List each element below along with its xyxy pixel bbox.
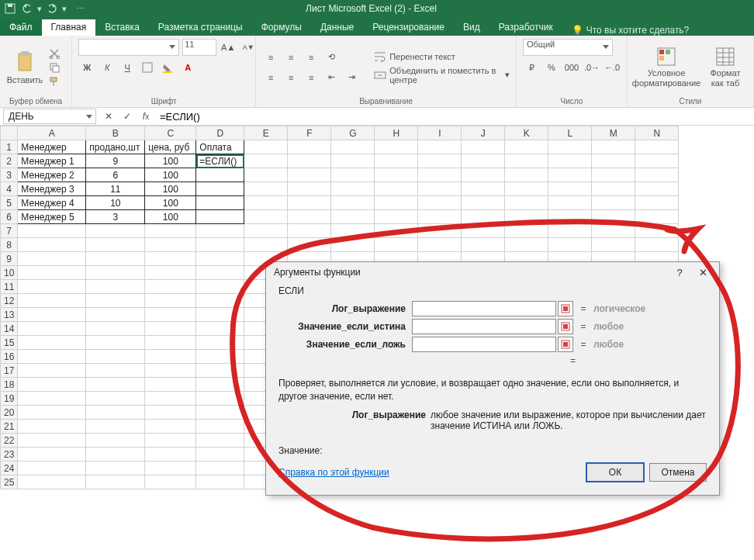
cell-H5[interactable] (375, 196, 418, 210)
cell-B3[interactable]: 6 (86, 168, 145, 182)
align-middle-icon[interactable]: ≡ (282, 49, 299, 66)
row-header-13[interactable]: 13 (1, 308, 18, 322)
cell-D5[interactable] (196, 196, 244, 210)
cell-G4[interactable] (331, 182, 375, 196)
cell-J6[interactable] (462, 210, 505, 224)
cell-L6[interactable] (548, 210, 592, 224)
cell-A6[interactable]: Менеджер 5 (18, 210, 86, 224)
cell-D23[interactable] (196, 448, 244, 461)
cell-H4[interactable] (375, 182, 418, 196)
cell-D4[interactable] (196, 182, 244, 196)
cell-C22[interactable] (145, 434, 196, 448)
cell-C11[interactable] (145, 280, 196, 294)
indent-increase-icon[interactable]: ⇥ (343, 69, 360, 86)
col-header-J[interactable]: J (462, 126, 505, 140)
merge-center-button[interactable]: Объединить и поместить в центре ▾ (374, 66, 510, 85)
col-header-F[interactable]: F (288, 126, 331, 140)
cell-D21[interactable] (196, 420, 244, 434)
cell-D12[interactable] (196, 294, 244, 308)
row-header-11[interactable]: 11 (1, 280, 18, 294)
cell-H2[interactable] (375, 154, 418, 168)
row-header-10[interactable]: 10 (1, 266, 18, 280)
font-family-select[interactable] (78, 39, 179, 56)
row-header-14[interactable]: 14 (1, 322, 18, 336)
font-color-icon[interactable]: A (179, 59, 196, 76)
cell-F5[interactable] (288, 196, 331, 210)
range-picker-icon[interactable] (558, 301, 573, 316)
cell-B24[interactable] (86, 461, 145, 475)
range-picker-icon[interactable] (558, 337, 573, 352)
cell-H6[interactable] (375, 210, 418, 224)
col-header-I[interactable]: I (418, 126, 462, 140)
row-header-1[interactable]: 1 (1, 140, 18, 154)
cell-C2[interactable]: 100 (145, 154, 196, 168)
redo-icon[interactable] (45, 2, 59, 16)
cell-A20[interactable] (18, 406, 86, 420)
cell-I4[interactable] (418, 182, 462, 196)
increase-decimal-icon[interactable]: .0→ (583, 59, 600, 76)
row-header-5[interactable]: 5 (1, 196, 18, 210)
function-help-link[interactable]: Справка по этой функции (278, 467, 389, 478)
copy-icon[interactable] (48, 61, 61, 74)
cell-A15[interactable] (18, 336, 86, 350)
cell-L3[interactable] (548, 168, 592, 182)
cell-N2[interactable] (635, 154, 679, 168)
col-header-G[interactable]: G (331, 126, 375, 140)
cell-C3[interactable]: 100 (145, 168, 196, 182)
cell-A23[interactable] (18, 448, 86, 461)
conditional-formatting-button[interactable]: Условное форматирование (634, 47, 699, 87)
row-header-21[interactable]: 21 (1, 420, 18, 434)
cell-H8[interactable] (375, 238, 418, 252)
cell-N5[interactable] (635, 196, 679, 210)
cell-J7[interactable] (462, 224, 505, 238)
cell-A2[interactable]: Менеджер 1 (18, 154, 86, 168)
row-header-15[interactable]: 15 (1, 336, 18, 350)
cell-N7[interactable] (635, 224, 679, 238)
cell-E4[interactable] (244, 182, 288, 196)
cell-A21[interactable] (18, 420, 86, 434)
currency-icon[interactable]: ₽ (523, 59, 540, 76)
row-header-24[interactable]: 24 (1, 461, 18, 475)
cell-A9[interactable] (18, 252, 86, 266)
ok-button[interactable]: ОК (586, 462, 645, 482)
row-header-2[interactable]: 2 (1, 154, 18, 168)
cell-D10[interactable] (196, 266, 244, 280)
cell-C19[interactable] (145, 392, 196, 406)
cell-A13[interactable] (18, 308, 86, 322)
row-header-6[interactable]: 6 (1, 210, 18, 224)
cell-C23[interactable] (145, 448, 196, 461)
font-size-select[interactable]: 11 (182, 39, 216, 56)
cell-A1[interactable]: Менеджер (18, 140, 86, 154)
cell-K5[interactable] (505, 196, 548, 210)
indent-decrease-icon[interactable]: ⇤ (323, 69, 340, 86)
cell-D19[interactable] (196, 392, 244, 406)
cell-C13[interactable] (145, 308, 196, 322)
tab-page-layout[interactable]: Разметка страницы (149, 19, 252, 36)
cell-A25[interactable] (18, 475, 86, 489)
col-header-N[interactable]: N (635, 126, 679, 140)
percent-icon[interactable]: % (543, 59, 560, 76)
cell-C21[interactable] (145, 420, 196, 434)
cell-D3[interactable] (196, 168, 244, 182)
cell-D1[interactable]: Оплата (196, 140, 244, 154)
chevron-down-icon[interactable]: ▾ (62, 4, 67, 14)
cell-A8[interactable] (18, 238, 86, 252)
italic-button[interactable]: К (99, 59, 116, 76)
insert-function-button[interactable]: fx (137, 109, 155, 124)
cell-K6[interactable] (505, 210, 548, 224)
row-header-20[interactable]: 20 (1, 406, 18, 420)
col-header-D[interactable]: D (196, 126, 244, 140)
cell-B9[interactable] (86, 252, 145, 266)
comma-icon[interactable]: 000 (563, 59, 580, 76)
cell-G1[interactable] (331, 140, 375, 154)
cell-H1[interactable] (375, 140, 418, 154)
cell-D20[interactable] (196, 406, 244, 420)
cell-D7[interactable] (196, 224, 244, 238)
arg-input-2[interactable] (412, 337, 556, 352)
cell-D13[interactable] (196, 308, 244, 322)
cell-N1[interactable] (635, 140, 679, 154)
cell-G2[interactable] (331, 154, 375, 168)
cell-B15[interactable] (86, 336, 145, 350)
cell-A7[interactable] (18, 224, 86, 238)
cell-K2[interactable] (505, 154, 548, 168)
